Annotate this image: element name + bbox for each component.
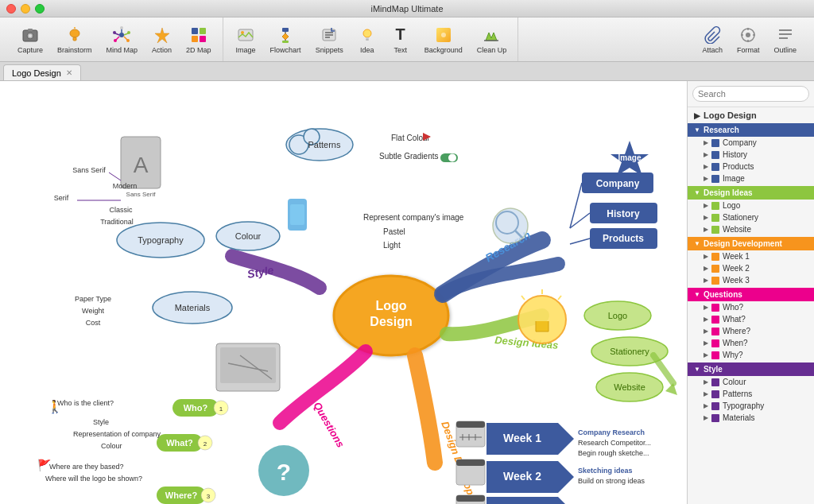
outline-button[interactable]: Outline [767, 22, 803, 57]
svg-rect-36 [366, 39, 369, 41]
sidebar-item-image[interactable]: ▶ Image [688, 173, 814, 184]
expand-icon: ▶ [704, 226, 708, 233]
products-item-label: Products [723, 162, 754, 171]
design-dev-label: Design Development [704, 239, 782, 248]
tab-close-button[interactable]: ✕ [66, 68, 72, 77]
sidebar-item-patterns[interactable]: ▶ Patterns [688, 388, 814, 400]
text-button[interactable]: T Text [385, 22, 417, 57]
close-button[interactable] [6, 4, 16, 14]
sidebar-item-week3[interactable]: ▶ Week 3 [688, 274, 814, 286]
brainstorm-button[interactable]: Brainstorm [51, 22, 99, 57]
sidebar-item-website[interactable]: ▶ Website [688, 223, 814, 235]
svg-text:Style: Style [93, 418, 109, 426]
background-button[interactable]: Background [418, 22, 469, 57]
svg-text:Logo: Logo [375, 299, 406, 312]
svg-point-17 [113, 31, 116, 34]
sidebar-item-what[interactable]: ▶ What? [688, 313, 814, 325]
format-button[interactable]: Format [731, 22, 766, 57]
what-item-label: What? [723, 315, 746, 324]
sidebar-item-colour[interactable]: ▶ Colour [688, 376, 814, 388]
sidebar-section-design-dev: ▼ Design Development ▶ Week 1 ▶ Week 2 ▶… [688, 237, 814, 286]
logo-di-item-label: Logo [723, 201, 740, 210]
sidebar-item-logo-di[interactable]: ▶ Logo [688, 200, 814, 211]
svg-text:Sketching ideas: Sketching ideas [578, 467, 633, 475]
sidebar-item-who[interactable]: ▶ Who? [688, 301, 814, 313]
image-button[interactable]: Image [230, 22, 262, 57]
expand-icon: ▶ [704, 277, 708, 284]
capture-icon [21, 25, 40, 45]
sidebar-item-why[interactable]: ▶ Why? [688, 349, 814, 361]
style-section-header[interactable]: ▼ Style [688, 362, 814, 376]
titlebar: iMindMap Ultimate [0, 0, 814, 17]
design-dev-section-header[interactable]: ▼ Design Development [688, 237, 814, 250]
mindmap-icon [112, 25, 131, 45]
svg-text:Where?: Where? [165, 490, 198, 500]
sidebar-item-stationery[interactable]: ▶ Stationery [688, 211, 814, 223]
collapse-icon: ▼ [694, 366, 700, 373]
company-item-label: Company [723, 138, 757, 147]
attach-label: Attach [702, 46, 723, 54]
week1-item-label: Week 1 [723, 252, 750, 261]
svg-text:Week 1: Week 1 [503, 432, 541, 444]
snippets-button[interactable]: Snippets [309, 22, 350, 57]
svg-point-7 [119, 33, 124, 37]
idea-button[interactable]: Idea [351, 22, 383, 57]
expand-icon: ▶ [704, 253, 708, 260]
expand-icon: ▶ [704, 265, 708, 272]
sidebar-item-materials[interactable]: ▶ Materials [688, 412, 814, 424]
svg-rect-109 [456, 495, 485, 502]
mindmap-button[interactable]: Mind Map [100, 22, 145, 57]
sidebar-item-history[interactable]: ▶ History [688, 149, 814, 161]
svg-text:Colour: Colour [235, 231, 262, 241]
cleanup-button[interactable]: Clean Up [471, 22, 514, 57]
svg-line-10 [124, 37, 127, 40]
svg-text:Pastel: Pastel [383, 227, 405, 236]
flowchart-button[interactable]: Flowchart [264, 22, 308, 57]
attach-button[interactable]: Attach [696, 22, 729, 57]
sidebar-item-products[interactable]: ▶ Products [688, 161, 814, 173]
colour-item-label: Colour [723, 378, 746, 386]
action-icon [153, 25, 172, 45]
svg-line-9 [124, 33, 128, 35]
app-title: iMindMap Ultimate [370, 4, 443, 14]
svg-text:A: A [134, 153, 149, 177]
capture-button[interactable]: Capture [11, 22, 49, 57]
collapse-icon: ▼ [694, 291, 700, 298]
website-color [711, 226, 719, 234]
week1-color [711, 253, 719, 261]
action-label: Action [152, 46, 172, 54]
sidebar-item-company[interactable]: ▶ Company [688, 137, 814, 149]
flowchart-label: Flowchart [270, 46, 301, 54]
brainstorm-icon [65, 25, 84, 45]
mindmap-canvas[interactable]: Style Typography A Sans Serif Sans Serif… [0, 81, 687, 504]
background-icon [434, 25, 453, 45]
text-icon: T [391, 25, 410, 45]
where-item-label: Where? [723, 327, 750, 335]
svg-line-11 [116, 37, 119, 40]
sidebar-item-where[interactable]: ▶ Where? [688, 325, 814, 337]
traffic-lights [6, 4, 45, 14]
format-icon [738, 25, 758, 45]
search-input[interactable] [692, 86, 809, 102]
svg-rect-27 [282, 41, 289, 43]
design-ideas-section-header[interactable]: ▼ Design Ideas [688, 186, 814, 200]
sidebar-item-week1[interactable]: ▶ Week 1 [688, 250, 814, 262]
svg-text:Week 2: Week 2 [503, 470, 541, 483]
mindmap-label: Mind Map [107, 46, 138, 54]
expand-icon: ▶ [704, 139, 708, 146]
image-color [711, 175, 719, 183]
minimize-button[interactable] [21, 4, 30, 14]
research-section-header[interactable]: ▼ Research [688, 123, 814, 137]
2dmap-button[interactable]: 2D Map [180, 22, 218, 57]
maximize-button[interactable] [35, 4, 45, 14]
questions-section-header[interactable]: ▼ Questions [688, 288, 814, 301]
patterns-item-label: Patterns [723, 390, 752, 398]
sidebar-item-when[interactable]: ▶ When? [688, 337, 814, 349]
action-button[interactable]: Action [145, 22, 178, 57]
sidebar-item-typography[interactable]: ▶ Typography [688, 400, 814, 412]
svg-text:2: 2 [204, 440, 207, 448]
sidebar-item-week2[interactable]: ▶ Week 2 [688, 262, 814, 274]
logo-design-tab[interactable]: Logo Design ✕ [3, 64, 81, 80]
week2-color [711, 265, 719, 273]
cleanup-label: Clean Up [477, 46, 507, 54]
